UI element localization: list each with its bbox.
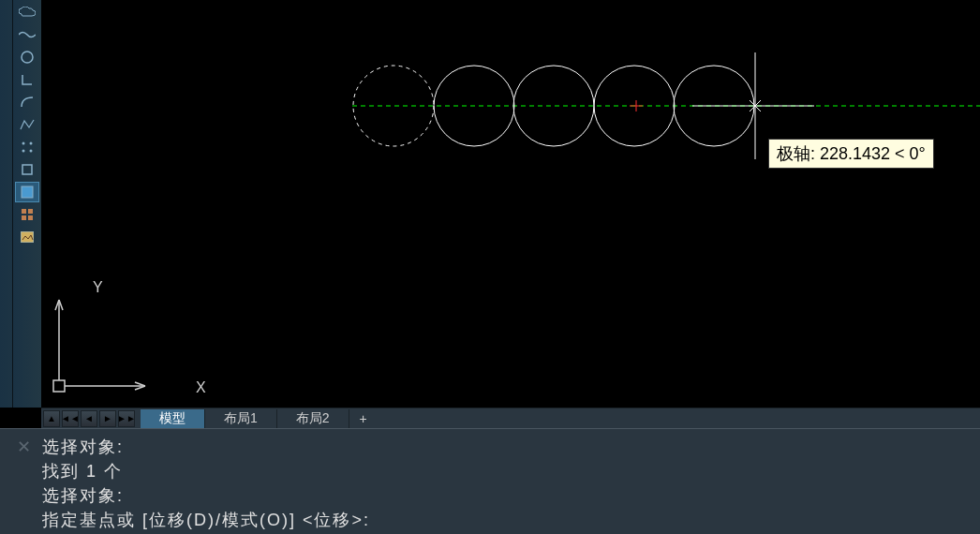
cloud-icon[interactable] — [15, 2, 39, 22]
svg-rect-7 — [22, 209, 26, 214]
svg-rect-9 — [22, 215, 26, 220]
command-line: 选择对象: — [42, 483, 971, 508]
tab-nav-last[interactable]: ►► — [118, 410, 135, 427]
svg-rect-6 — [22, 186, 33, 198]
circle-icon[interactable] — [15, 47, 39, 67]
svg-point-1 — [22, 142, 24, 145]
polyline-icon[interactable] — [15, 114, 39, 135]
svg-rect-14 — [53, 380, 65, 392]
tab-1[interactable]: 布局1 — [205, 409, 277, 428]
canvas-area[interactable]: Y X 极轴: 228.1432 < 0° — [41, 0, 980, 408]
image-icon[interactable] — [15, 227, 39, 247]
command-line: 选择对象: — [42, 435, 971, 459]
y-axis-label: Y — [93, 279, 103, 296]
tab-nav-up[interactable]: ▲ — [43, 410, 60, 427]
tab-nav-prev[interactable]: ◄ — [81, 410, 97, 427]
polar-tooltip: 极轴: 228.1432 < 0° — [768, 139, 934, 169]
grid-icon[interactable] — [15, 204, 39, 225]
square-icon[interactable] — [15, 159, 39, 180]
svg-rect-10 — [28, 215, 33, 220]
tab-0[interactable]: 模型 — [141, 409, 205, 428]
left-toolbar — [0, 0, 41, 408]
command-line: 指定基点或 [位移(D)/模式(O)] <位移>: — [42, 508, 971, 532]
tab-2[interactable]: 布局2 — [277, 409, 349, 428]
command-area: ✕ 选择对象:找到 1 个选择对象:指定基点或 [位移(D)/模式(O)] <位… — [0, 428, 980, 534]
command-line: 找到 1 个 — [42, 459, 971, 483]
close-command-icon[interactable]: ✕ — [17, 437, 31, 457]
command-history: 选择对象:找到 1 个选择对象:指定基点或 [位移(D)/模式(O)] <位移>… — [42, 435, 971, 532]
x-axis-label: X — [196, 379, 206, 396]
arc-icon[interactable] — [15, 92, 39, 112]
hatch-icon[interactable] — [15, 182, 39, 202]
ucs-icon — [53, 300, 145, 392]
svg-rect-8 — [28, 209, 33, 214]
svg-point-3 — [22, 150, 24, 153]
wave-icon[interactable] — [15, 24, 39, 45]
svg-rect-5 — [22, 165, 32, 174]
dots-icon[interactable] — [15, 137, 39, 157]
tabs-bar: ▲ ◄◄ ◄ ► ►► 模型布局1布局2 + — [41, 408, 980, 428]
svg-point-4 — [29, 150, 32, 153]
tab-nav-first[interactable]: ◄◄ — [62, 410, 79, 427]
tab-add-button[interactable]: + — [349, 409, 378, 428]
svg-point-0 — [22, 52, 33, 63]
svg-point-2 — [29, 142, 32, 145]
tab-nav-next[interactable]: ► — [99, 410, 116, 427]
corner-icon[interactable] — [15, 69, 39, 90]
